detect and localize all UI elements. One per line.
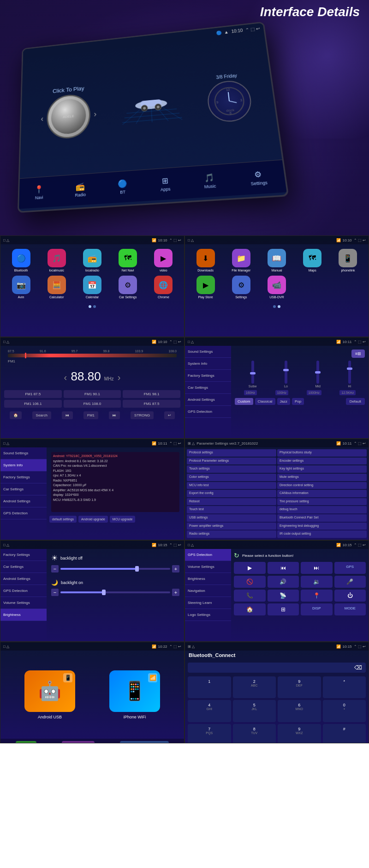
preset-default[interactable]: Default <box>346 398 365 405</box>
app-localmusic[interactable]: 🎵 localmusic <box>41 249 72 272</box>
backlight-off-plus[interactable]: + <box>172 565 179 573</box>
factory-protocol[interactable]: Protocol settings <box>187 449 276 457</box>
preset-5[interactable]: FM1 108.0 <box>64 400 121 408</box>
factory-mcu-test[interactable]: MCU info test <box>187 482 276 489</box>
bright-menu-brightness[interactable]: Brightness <box>0 609 47 621</box>
preset-6[interactable]: FM1 87.5 <box>123 400 180 408</box>
gps-btn-disp[interactable]: DISP <box>301 603 333 615</box>
gps-btn-mute[interactable]: 🚫 <box>234 576 266 588</box>
preset-2[interactable]: FM1 90.1 <box>64 390 121 398</box>
gps-btn-phone[interactable]: 📞 <box>234 590 266 602</box>
btn-mcu-upgrade[interactable]: MCU upgrade <box>110 516 136 523</box>
nav-settings[interactable]: ⚙ Settings <box>249 169 268 186</box>
gps-menu-navigation[interactable]: Navigation <box>185 585 231 597</box>
eq-icon-btn[interactable]: ≡⊞ <box>351 350 365 358</box>
bt-key-0[interactable]: 0+ <box>323 700 366 722</box>
factory-debug[interactable]: debug touch <box>277 506 367 513</box>
app-carsettings[interactable]: ⚙ Car Settings <box>112 276 144 299</box>
bt-key-5[interactable]: 5JKL <box>233 700 276 722</box>
factory-encoder[interactable]: Encoder settings <box>277 458 367 465</box>
factory-touch-test[interactable]: Touch test <box>187 506 276 513</box>
factory-ir[interactable]: IR code output setting <box>277 530 367 538</box>
sysinfo-menu-factory[interactable]: Factory Settings <box>0 471 47 483</box>
gps-btn-home[interactable]: 🏠 <box>234 603 266 615</box>
factory-reboot[interactable]: Reboot <box>187 498 276 506</box>
bt-key-4[interactable]: 4GHI <box>188 700 231 722</box>
preset-classical[interactable]: Classical <box>255 398 275 405</box>
app-video[interactable]: ▶ video <box>148 249 179 272</box>
factory-protocol-param[interactable]: Protocol Parameter settings <box>187 458 276 465</box>
radio-home-btn[interactable]: 🏠 <box>10 411 22 419</box>
sysinfo-menu-gps[interactable]: GPS Detection <box>0 507 47 519</box>
prev-icon[interactable]: ‹ <box>41 114 43 123</box>
preset-1[interactable]: FM1 87.5 <box>4 390 62 398</box>
preset-3[interactable]: FM1 98.1 <box>123 390 180 398</box>
gps-btn-map[interactable]: 📍 <box>301 590 333 602</box>
factory-keylight[interactable]: Key light settings <box>277 465 367 473</box>
gps-menu-gps[interactable]: GPS Detection <box>185 549 231 561</box>
app-filemanager[interactable]: 📁 File Manager <box>225 249 257 272</box>
bright-menu-factory[interactable]: Factory Settings <box>0 549 47 561</box>
bt-key-star[interactable]: * <box>323 676 366 698</box>
app-calculator[interactable]: 🧮 Calculator <box>41 276 72 299</box>
radio-back-btn[interactable]: ↩ <box>164 411 175 419</box>
factory-radio[interactable]: Radio settings <box>187 530 276 538</box>
backlight-on-slider[interactable] <box>60 591 170 593</box>
gps-btn-prev[interactable]: ⏮ <box>268 562 299 574</box>
bright-menu-android[interactable]: Android Settings <box>0 573 47 585</box>
gps-btn-mic[interactable]: 🎤 <box>334 576 366 588</box>
gps-menu-brightness[interactable]: Brightness <box>185 573 231 585</box>
about-btn[interactable]: About <box>16 741 36 743</box>
bt-key-8[interactable]: 8TUV <box>233 724 276 743</box>
app-localradio[interactable]: 📻 localradio <box>76 249 108 272</box>
file-receiver-btn[interactable]: File Receiver <box>62 741 95 743</box>
backlight-on-minus[interactable]: − <box>51 589 59 596</box>
factory-touch[interactable]: Touch settings <box>187 465 276 473</box>
preset-pop[interactable]: Pop <box>292 398 304 405</box>
sysinfo-menu-car[interactable]: Car Settings <box>0 483 47 495</box>
btn-android-upgrade[interactable]: Android upgrade <box>78 516 108 523</box>
radio-fm1-btn[interactable]: FM1 <box>83 411 98 419</box>
factory-tire[interactable]: Tire pressure setting <box>277 498 367 506</box>
backlight-off-slider[interactable] <box>60 568 170 570</box>
nav-apps[interactable]: ⊞ Apps <box>160 176 171 192</box>
gps-btn-vol-down[interactable]: 🔉 <box>301 576 333 588</box>
eq-subw-track[interactable] <box>251 361 254 384</box>
factory-direction[interactable]: Direction control setting <box>277 482 367 489</box>
bright-menu-gps[interactable]: GPS Detection <box>0 585 47 597</box>
eq-mid-track[interactable] <box>316 361 319 384</box>
bright-menu-volume[interactable]: Volume Settings <box>0 597 47 609</box>
app-netnavi[interactable]: 🗺 Net Navi <box>112 249 144 272</box>
app-manual[interactable]: 📖 Manual <box>261 249 292 272</box>
gps-btn-apps[interactable]: ⊞ <box>268 603 299 615</box>
gps-btn-mode[interactable]: MODE <box>334 603 366 615</box>
nav-radio[interactable]: 📻 Radio <box>75 181 86 198</box>
menu-gps-detection[interactable]: GPS Detection <box>185 406 231 418</box>
bt-key-2[interactable]: 2ABC <box>233 676 276 698</box>
nav-music[interactable]: 🎵 Music <box>203 173 216 189</box>
bt-key-6[interactable]: 6MNO <box>278 700 321 722</box>
preset-4[interactable]: FM1 106.1 <box>4 400 62 408</box>
bt-key-1[interactable]: 1 <box>188 676 231 698</box>
radio-next-btn[interactable]: ⏭ <box>109 411 120 419</box>
gps-btn-play[interactable]: ▶ <box>234 562 266 574</box>
factory-physical-btn[interactable]: Physical buttons study <box>277 449 367 457</box>
menu-factory-settings[interactable]: Factory Settings <box>185 370 231 382</box>
prev-arrow[interactable]: ‹ <box>64 372 67 382</box>
app-downloads[interactable]: ⬇ Downloads <box>190 249 221 272</box>
bt-key-7[interactable]: 7PQS <box>188 724 231 743</box>
nav-navi[interactable]: 📍 Navi <box>35 185 44 200</box>
gps-btn-vol-up[interactable]: 🔊 <box>268 576 299 588</box>
bt-key-hash[interactable]: # <box>323 724 366 743</box>
radio-prev-btn[interactable]: ⏮ <box>62 411 73 419</box>
menu-car-settings[interactable]: Car Settings <box>185 382 231 394</box>
gps-menu-steering[interactable]: Steering Learn <box>185 597 231 609</box>
factory-export[interactable]: Export the config <box>187 490 276 497</box>
app-calendar[interactable]: 📅 Calendar <box>76 276 108 299</box>
factory-usb[interactable]: USB settings <box>187 514 276 522</box>
gps-btn-next[interactable]: ⏭ <box>301 562 333 574</box>
backlight-off-minus[interactable]: − <box>51 565 59 573</box>
eq-lo-track[interactable] <box>285 361 287 384</box>
radio-search-btn[interactable]: Search <box>32 411 51 419</box>
next-arrow[interactable]: › <box>118 372 121 382</box>
